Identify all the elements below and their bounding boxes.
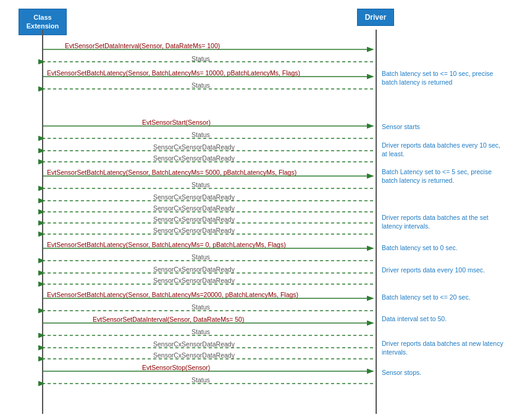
actor-class-extension-label: ClassExtension — [27, 14, 59, 30]
label-a8: SensorCxSensorDataReady — [153, 154, 235, 162]
label-a1: EvtSensorSetDataInterval(Sensor, DataRat… — [65, 42, 220, 49]
label-a17: SensorCxSensorDataReady — [153, 266, 235, 273]
label-a23: SensorCxSensorDataReady — [153, 340, 235, 348]
note-4: Batch Latency set to <= 5 sec, precise b… — [382, 167, 505, 185]
label-a21: EvtSensorSetDataInterval(Sensor, DataRat… — [93, 316, 244, 323]
note-10: Driver reports data batches at new laten… — [382, 339, 505, 356]
note-6: Batch latency set to 0 sec. — [382, 243, 505, 252]
note-5: Driver reports data batches at the set l… — [382, 213, 505, 230]
lifeline-driver — [376, 30, 377, 414]
label-a11: SensorCxSensorDataReady — [153, 193, 235, 201]
note-1: Batch latency set to <= 10 sec, precise … — [382, 69, 505, 86]
label-a19: EvtSensorSetBatchLatency(Sensor, BatchLa… — [47, 291, 298, 298]
label-a9: EvtSensorSetBatchLatency(Sensor, BatchLa… — [47, 169, 296, 176]
label-a22: Status — [191, 328, 210, 335]
label-a4: Status — [191, 82, 210, 89]
label-a26: Status — [191, 376, 210, 384]
actor-driver-label: Driver — [365, 13, 387, 22]
label-a18: SensorCxSensorDataReady — [153, 277, 235, 284]
label-a5: EvtSensorStart(Sensor) — [142, 119, 211, 126]
label-a12: SensorCxSensorDataReady — [153, 204, 235, 212]
note-3: Driver reports data batches every 10 sec… — [382, 141, 505, 158]
note-2: Sensor starts — [382, 122, 505, 131]
label-a20: Status — [191, 303, 210, 311]
label-a14: SensorCxSensorDataReady — [153, 227, 235, 234]
note-7: Driver reports data every 100 msec. — [382, 266, 505, 274]
actor-driver: Driver — [357, 9, 394, 26]
lifeline-class-extension — [42, 30, 43, 414]
label-a3: EvtSensorSetBatchLatency(Sensor, BatchLa… — [47, 69, 300, 77]
label-a15: EvtSensorSetBatchLatency(Sensor, BatchLa… — [47, 241, 286, 248]
label-a2: Status — [191, 55, 210, 62]
note-9: Data interval set to 50. — [382, 314, 505, 323]
note-8: Batch latency set to <= 20 sec. — [382, 293, 505, 301]
label-a13: SensorCxSensorDataReady — [153, 216, 235, 223]
arrows-svg — [0, 0, 517, 420]
sequence-diagram: ClassExtension Driver — [0, 0, 517, 420]
label-a24: SensorCxSensorDataReady — [153, 351, 235, 359]
label-a6: Status — [191, 131, 210, 138]
label-a10: Status — [191, 181, 210, 188]
label-a16: Status — [191, 253, 210, 261]
label-a7: SensorCxSensorDataReady — [153, 143, 235, 151]
label-a25: EvtSensorStop(Sensor) — [142, 364, 210, 371]
note-11: Sensor stops. — [382, 368, 505, 377]
